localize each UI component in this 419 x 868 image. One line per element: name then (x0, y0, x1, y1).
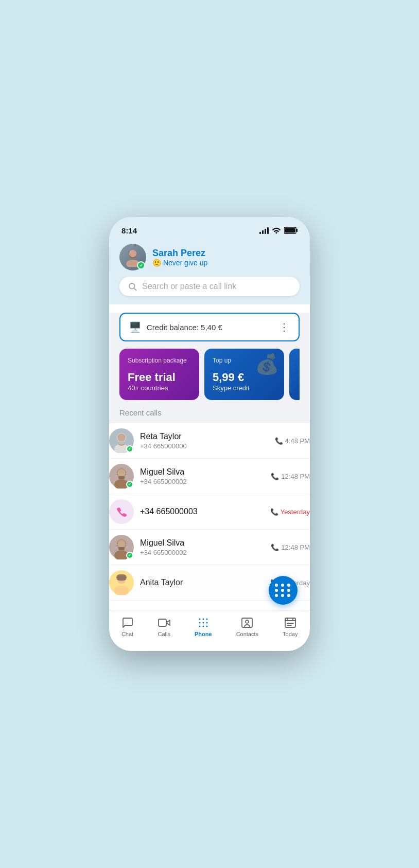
dialpad-fab-button[interactable] (269, 576, 298, 605)
svg-line-8 (134, 288, 136, 290)
search-bar[interactable]: Search or paste a call link (119, 277, 300, 296)
call-info-1: Reta Taylor +34 665000000 (140, 432, 269, 450)
svg-rect-40 (242, 618, 252, 627)
signal-icon (259, 227, 269, 234)
svg-point-6 (129, 250, 136, 257)
call-item-4[interactable]: Miguel Silva +34 665000002 📞 12:48 PM (109, 530, 310, 565)
svg-point-22 (117, 540, 126, 548)
dialpad-dots (275, 584, 291, 597)
calls-icon (158, 617, 170, 629)
nav-label-today: Today (283, 631, 298, 637)
bottom-nav: Chat Calls Phone (109, 610, 310, 651)
call-time-section-2: 📞 12:48 PM (271, 473, 310, 480)
call-name-2: Miguel Silva (140, 467, 265, 477)
svg-point-35 (202, 622, 204, 623)
promo-main-label-1: Free trial (128, 371, 191, 384)
call-number-1: +34 665000000 (140, 442, 269, 450)
call-item-3[interactable]: +34 665000003 📞 Yesterday (109, 494, 310, 530)
svg-point-33 (206, 618, 207, 620)
svg-rect-17 (118, 476, 125, 479)
nav-label-phone: Phone (195, 631, 212, 637)
today-icon (284, 617, 296, 629)
call-info-5: Anita Taylor (140, 578, 264, 587)
promo-sub-label-1: Subscription package (128, 357, 191, 364)
credit-left: 🖥️ Credit balance: 5,40 € (129, 321, 222, 333)
svg-point-32 (202, 618, 204, 620)
avatar[interactable] (119, 244, 146, 270)
svg-rect-28 (116, 574, 127, 581)
call-number-4: +34 665000002 (140, 549, 265, 556)
call-info-3: +34 665000003 (140, 507, 264, 516)
call-time-section-4: 📞 12:48 PM (271, 544, 310, 551)
nav-label-chat: Chat (121, 631, 133, 637)
nav-label-calls: Calls (158, 631, 170, 637)
subscription-card[interactable]: Subscription package Free trial 40+ coun… (119, 349, 199, 400)
phone-dialpad-icon (114, 504, 129, 519)
call-item-2[interactable]: Miguel Silva +34 665000002 📞 12:48 PM (109, 459, 310, 494)
user-status: 🙂 Never give up (152, 259, 300, 267)
promo-card-partial (289, 349, 300, 400)
wifi-icon (272, 227, 281, 234)
svg-point-37 (199, 625, 200, 627)
call-time-4: 📞 12:48 PM (271, 544, 310, 551)
status-time: 8:14 (121, 226, 137, 235)
incoming-call-icon-4: 📞 (271, 544, 279, 551)
credit-text: Credit balance: 5,40 € (147, 323, 222, 332)
incoming-call-icon-2: 📞 (271, 473, 279, 480)
avatar-anita-taylor (109, 570, 134, 595)
svg-rect-23 (118, 547, 125, 550)
recent-calls-section: Recent calls (109, 400, 310, 423)
svg-marker-29 (166, 620, 170, 625)
promo-sub2-label-1: 40+ countries (128, 384, 191, 392)
contacts-icon (241, 617, 253, 629)
svg-point-36 (206, 622, 207, 623)
promo-cards: Subscription package Free trial 40+ coun… (119, 349, 300, 400)
avatar-unknown-3 (109, 499, 134, 524)
online-badge (137, 261, 145, 269)
svg-point-16 (117, 469, 126, 477)
svg-rect-30 (159, 619, 166, 626)
more-options-button[interactable]: ⋮ (279, 321, 290, 333)
phone-frame: 8:14 (109, 217, 310, 651)
online-indicator-4 (126, 552, 133, 559)
call-name-1: Reta Taylor (140, 432, 269, 441)
call-info-2: Miguel Silva +34 665000002 (140, 467, 265, 485)
svg-rect-1 (296, 229, 298, 232)
credit-balance-card[interactable]: 🖥️ Credit balance: 5,40 € ⋮ (119, 313, 300, 341)
call-name-5: Anita Taylor (140, 578, 264, 587)
header: Sarah Perez 🙂 Never give up (109, 240, 310, 277)
svg-point-38 (202, 625, 204, 627)
svg-rect-2 (285, 228, 295, 233)
main-content: 🖥️ Credit balance: 5,40 € ⋮ Subscription… (109, 313, 310, 601)
call-time-1: 📞 4:48 PM (275, 437, 310, 445)
nav-item-today[interactable]: Today (276, 614, 304, 639)
money-icon: 💰 (255, 353, 279, 375)
user-name: Sarah Perez (152, 248, 300, 259)
call-time-section-1: 📞 4:48 PM (275, 437, 310, 445)
call-item-1[interactable]: Reta Taylor +34 665000000 📞 4:48 PM (109, 423, 310, 459)
incoming-call-icon-1: 📞 (275, 437, 283, 445)
nav-item-chat[interactable]: Chat (115, 614, 140, 639)
svg-point-12 (117, 433, 126, 442)
avatar-miguel-silva-2 (109, 535, 134, 559)
call-info-4: Miguel Silva +34 665000002 (140, 538, 265, 556)
svg-rect-42 (285, 618, 295, 627)
battery-icon (284, 227, 298, 234)
call-time-2: 📞 12:48 PM (271, 473, 310, 480)
call-time-missed-3: 📞 Yesterday (270, 508, 310, 516)
phone-icon (197, 617, 210, 629)
topup-card[interactable]: 💰 Top up 5,99 € Skype credit (204, 349, 284, 400)
nav-item-calls[interactable]: Calls (152, 614, 177, 639)
recent-calls-title: Recent calls (119, 408, 300, 417)
svg-point-31 (199, 618, 200, 620)
avatar-miguel-silva-1 (109, 464, 134, 489)
missed-call-icon-3: 📞 (270, 508, 278, 516)
nav-item-contacts[interactable]: Contacts (230, 614, 265, 639)
chat-icon (121, 617, 134, 629)
user-info: Sarah Perez 🙂 Never give up (152, 248, 300, 267)
avatar-reta-taylor (109, 428, 134, 453)
call-name-3: +34 665000003 (140, 507, 264, 516)
nav-item-phone[interactable]: Phone (188, 614, 218, 639)
call-number-2: +34 665000002 (140, 478, 265, 485)
search-placeholder: Search or paste a call link (142, 282, 236, 291)
